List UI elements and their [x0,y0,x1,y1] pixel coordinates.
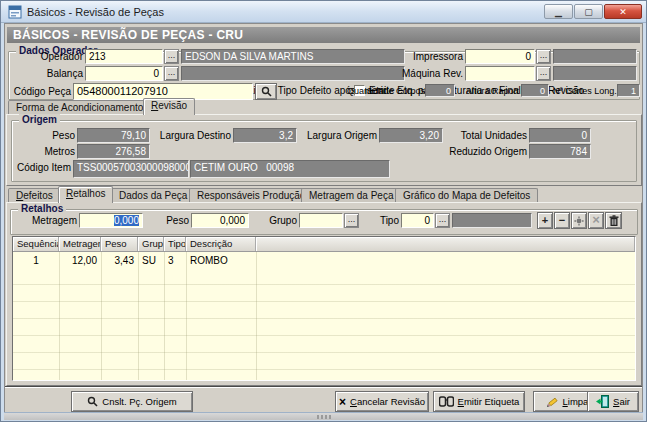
retalho-grupo-label: Grupo [265,215,297,226]
delete-retalho-button[interactable] [605,212,622,229]
detail-tabstrip: Defeitos Retalhos Dados da Peça Responsá… [5,188,644,203]
grid-header-tipo[interactable]: Tipo [164,237,186,251]
total-unidades-field: 0 [529,128,591,143]
codigo-item-label: Código Item [13,162,71,173]
maquina-rev-label: Máquina Rev. [391,68,463,79]
sair-button[interactable]: Sair [587,391,639,412]
reduzido-origem-field: 784 [529,144,591,159]
grid-header-filler [256,237,635,251]
tab-defeitos[interactable]: Defeitos [8,188,61,203]
operador-input[interactable]: 213 [85,49,163,64]
quantidade-corpos-field: 0 [425,84,455,97]
tab-dados-da-peca[interactable]: Dados da Peça [111,188,195,203]
total-unidades-label: Total Unidades [453,130,527,141]
retalho-tipo-browse-button[interactable]: ... [435,213,450,228]
x-icon: × [592,212,600,227]
balanca-field [181,66,405,81]
cell-sequencia: 1 [13,255,59,266]
impressora-label: Impressora [401,51,463,62]
form-header-title: BÁSICOS - REVISÃO DE PEÇAS - CRU [13,28,243,42]
window-titlebar: Básicos - Revisão de Peças ▁ ▢ ✕ [1,1,646,23]
minimize-button[interactable]: ▁ [544,4,573,19]
codigo-peca-label: Código Peça [13,86,71,97]
etiqueta-icon [439,396,454,407]
largura-origem-label: Largura Origem [303,130,377,141]
tab-metragem-da-peca[interactable]: Metragem da Peça [301,188,402,203]
operador-label: Operador [19,51,83,62]
largura-origem-field: 3,20 [379,128,443,143]
retalho-grupo-browse-button[interactable]: ... [344,213,359,228]
group-retalhos-legend: Retalhos [18,203,66,214]
consultar-origem-button[interactable]: Cnslt. Pç. Origem [71,391,193,412]
largura-destino-label: Largura Destino [155,130,231,141]
maquina-rev-input[interactable] [465,66,535,81]
operador-browse-button[interactable]: ... [164,49,179,64]
largura-destino-field: 3,2 [233,128,297,143]
retalho-tipo-input[interactable]: 0 [401,213,434,228]
form-body: BÁSICOS - REVISÃO DE PEÇAS - CRU Dados O… [4,23,643,412]
maquina-rev-field [553,66,637,81]
quantidade-corpos-label: Quantidade Corpos [347,86,423,96]
confirm-retalho-button[interactable] [571,212,587,229]
cancel-retalho-button[interactable]: × [588,212,604,229]
gear-icon [574,216,584,226]
operador-nome-field: EDSON DA SILVA MARTINS [181,49,405,64]
cancel-x-icon: × [339,397,346,407]
tab-retalhos[interactable]: Retalhos [58,186,113,203]
grid-header-row: Sequência Metragem Peso Grupo Tipo Descr… [13,237,635,252]
remove-retalho-button[interactable]: − [554,212,570,229]
emitir-etiqueta-button[interactable]: Emitir Etiqueta [433,391,525,412]
cancelar-revisao-button[interactable]: × Cancelar Revisão [335,391,429,412]
magnifier-icon [87,396,98,407]
cell-tipo: 3 [164,255,186,266]
window-title: Básicos - Revisão de Peças [27,6,543,18]
form-header: BÁSICOS - REVISÃO DE PEÇAS - CRU [7,27,640,43]
grid-header-sequencia[interactable]: Sequência [13,237,59,251]
selected-text: 0,000 [114,215,139,226]
maximize-button[interactable]: ▢ [574,4,603,19]
tab-revisao[interactable]: Revisão [143,98,195,115]
grid-gridlines [13,268,635,380]
grid-row[interactable]: 1 12,00 3,43 SU 3 ROMBO [13,252,635,268]
close-button[interactable]: ✕ [604,4,642,19]
impressora-browse-button[interactable]: ... [536,49,551,64]
cell-metragem: 12,00 [59,255,101,266]
tab-grafico-mapa-defeitos[interactable]: Gráfico do Mapa de Defeitos [395,188,538,203]
tab-responsaveis-producao[interactable]: Responsáveis Produção [189,188,313,203]
codigo-peca-search-button[interactable] [255,83,277,100]
application-window: Básicos - Revisão de Peças ▁ ▢ ✕ BÁSICOS… [0,0,647,422]
footer-bar: Cnslt. Pç. Origem × Cancelar Revisão Emi… [5,386,642,414]
metros-label: Metros [35,146,75,157]
retalho-peso-input[interactable]: 0,000 [191,213,249,228]
cell-descricao: ROMBO [186,255,635,266]
grid-header-peso[interactable]: Peso [101,237,138,251]
cortes-long-label: Nº Cortes Long. [553,86,615,96]
tab-forma-acondicionamento[interactable]: Forma de Acondicionamento [8,100,151,115]
peso-label: Peso [35,130,75,141]
altura-raport-label: Altura Raport [463,86,519,96]
bottom-statusbar [4,412,643,420]
maquina-rev-browse-button[interactable]: ... [536,66,551,81]
trash-icon [609,215,619,227]
codigo-item-field: TSS00057003000098000 [73,160,189,178]
retalho-grupo-input[interactable] [299,213,343,228]
grid-header-grupo[interactable]: Grupo [138,237,164,251]
altura-raport-field: 0 [521,84,549,97]
exit-door-icon [596,395,609,408]
retalhos-grid[interactable]: Sequência Metragem Peso Grupo Tipo Descr… [12,236,636,381]
grid-header-descricao[interactable]: Descrição [186,237,256,251]
balanca-input[interactable]: 0 [85,66,163,81]
impressora-input[interactable]: 0 [465,49,535,64]
grid-header-metragem[interactable]: Metragem [59,237,101,251]
retalho-metragem-label: Metragem [29,215,77,226]
impressora-field [553,49,637,64]
balanca-browse-button[interactable]: ... [164,66,179,81]
cell-peso: 3,43 [101,255,138,266]
retalho-metragem-input[interactable]: 0,000 [79,213,143,228]
cortes-long-field: 1 [617,84,640,97]
app-icon [8,5,22,19]
add-retalho-button[interactable]: + [537,212,553,229]
resize-grip[interactable] [317,415,331,419]
metros-field: 276,58 [77,144,150,159]
codigo-item-desc-field: CETIM OURO 00098 [190,160,390,178]
